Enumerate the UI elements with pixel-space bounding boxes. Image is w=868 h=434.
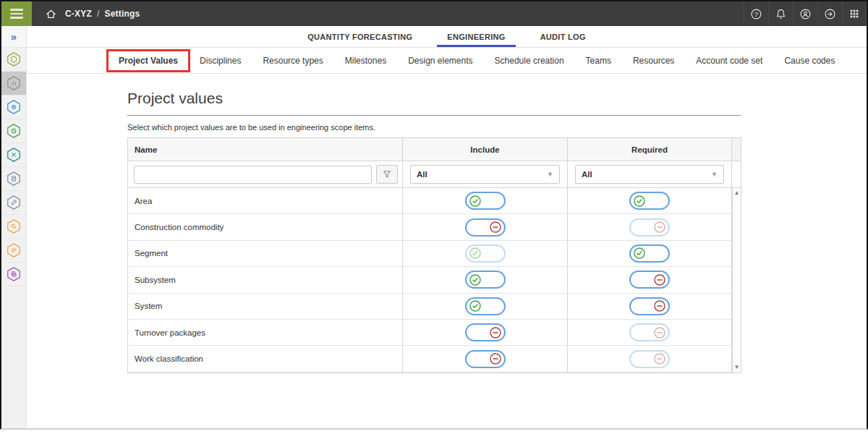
required-toggle[interactable] <box>629 192 670 210</box>
required-toggle[interactable] <box>629 297 670 315</box>
column-header-name: Name <box>128 138 403 161</box>
blue-hexagon-app-icon[interactable] <box>1 95 26 119</box>
topbar-actions: ? <box>744 1 867 26</box>
scroll-down-icon[interactable]: ▼ <box>734 365 740 370</box>
sidebar: » <box>1 26 27 428</box>
table-row: Work classification <box>128 346 741 372</box>
column-header-required: Required <box>568 138 732 161</box>
required-toggle[interactable] <box>629 271 670 289</box>
required-filter-value: All <box>582 170 592 179</box>
title-divider <box>127 115 741 116</box>
table-row: Segment <box>128 241 741 267</box>
tab-quantity-forecasting[interactable]: QUANTITY FORECASTING <box>290 26 430 47</box>
subtab-project-values[interactable]: Project Values <box>108 51 189 71</box>
sub-tabs: Project ValuesDisciplinesResource typesM… <box>27 48 867 74</box>
include-filter-value: All <box>417 170 427 179</box>
filter-icon[interactable] <box>376 165 398 184</box>
subtab-resource-types[interactable]: Resource types <box>252 48 333 73</box>
include-toggle[interactable] <box>465 271 506 289</box>
row-name: Construction commodity <box>135 223 224 231</box>
page-title: Project values <box>127 90 867 107</box>
notifications-icon[interactable] <box>768 1 793 26</box>
include-toggle[interactable] <box>465 323 506 341</box>
row-name: System <box>135 302 162 310</box>
column-header-include: Include <box>403 138 568 161</box>
table-header-row: Name Include Required <box>128 138 741 161</box>
required-toggle[interactable] <box>629 350 670 368</box>
name-filter-input[interactable] <box>134 166 372 184</box>
amber-hexagon-app-icon[interactable] <box>1 215 26 239</box>
table-body: Area Construction commodity Segment Subs… <box>128 188 741 373</box>
menu-icon[interactable] <box>1 1 32 26</box>
row-name: Turnover packages <box>135 328 205 337</box>
olive-hexagon-app-icon[interactable] <box>1 48 26 72</box>
help-icon[interactable]: ? <box>744 1 768 26</box>
svg-text:?: ? <box>754 10 758 17</box>
purple-hexagon-app-icon[interactable] <box>1 263 26 286</box>
tab-engineering[interactable]: ENGINEERING <box>430 26 522 47</box>
required-toggle[interactable] <box>629 244 670 263</box>
sidebar-expand-button[interactable]: » <box>1 26 26 48</box>
signout-icon[interactable] <box>817 1 842 26</box>
project-values-table: Name Include Required All <box>127 137 741 373</box>
topbar-left: C-XYZ / Settings <box>32 1 140 26</box>
subtab-disciplines[interactable]: Disciplines <box>189 48 252 73</box>
table-scrollbar[interactable]: ▲ ▼ <box>732 188 741 373</box>
subtab-cause-codes[interactable]: Cause codes <box>773 48 846 73</box>
subtab-design-elements[interactable]: Design elements <box>397 48 483 73</box>
account-icon[interactable] <box>793 1 817 26</box>
include-toggle[interactable] <box>465 192 506 210</box>
row-name: Work classification <box>135 354 203 363</box>
scroll-up-icon[interactable]: ▲ <box>734 190 740 196</box>
teal-hexagon-app-icon[interactable] <box>1 143 26 167</box>
row-name: Segment <box>135 249 168 258</box>
table-row: Construction commodity <box>128 214 741 240</box>
green-hexagon-app-icon[interactable] <box>1 119 26 143</box>
home-icon[interactable] <box>36 8 65 20</box>
subtab-account-code-set[interactable]: Account code set <box>685 48 773 73</box>
include-toggle[interactable] <box>465 297 506 315</box>
table-row: Turnover packages <box>128 320 741 346</box>
main-tabs: QUANTITY FORECASTINGENGINEERINGAUDIT LOG <box>27 26 867 48</box>
include-toggle[interactable] <box>465 218 506 237</box>
subtab-resources[interactable]: Resources <box>622 48 685 73</box>
chevron-down-icon: ▼ <box>711 171 718 178</box>
amber-hexagon-app-icon-2[interactable] <box>1 239 26 263</box>
table-row: Area <box>128 188 741 214</box>
breadcrumb-project[interactable]: C-XYZ <box>65 9 92 19</box>
required-toggle[interactable] <box>629 218 670 237</box>
breadcrumb-page[interactable]: Settings <box>105 9 140 19</box>
sidebar-apps <box>1 48 26 286</box>
main-content: QUANTITY FORECASTINGENGINEERINGAUDIT LOG… <box>27 26 867 373</box>
slate-hexagon-app-icon-2[interactable] <box>1 191 26 215</box>
subtab-teams[interactable]: Teams <box>575 48 622 73</box>
page-description: Select which project values are to be us… <box>127 123 741 132</box>
required-toggle[interactable] <box>629 323 670 341</box>
breadcrumb: C-XYZ / Settings <box>65 9 140 19</box>
app-window: C-XYZ / Settings ? <box>0 0 868 430</box>
row-name: Subsystem <box>135 276 176 284</box>
include-toggle[interactable] <box>465 244 506 263</box>
subtab-milestones[interactable]: Milestones <box>334 48 397 73</box>
include-filter-dropdown[interactable]: All ▼ <box>410 165 560 184</box>
tab-audit-log[interactable]: AUDIT LOG <box>523 26 603 47</box>
required-filter-dropdown[interactable]: All ▼ <box>575 165 724 184</box>
include-toggle[interactable] <box>465 350 506 368</box>
topbar: C-XYZ / Settings ? <box>1 1 867 26</box>
table-filter-row: All ▼ All ▼ <box>128 161 741 188</box>
table-row: Subsystem <box>128 267 741 293</box>
column-header-spacer <box>732 138 741 161</box>
row-name: Area <box>135 197 152 205</box>
subtab-schedule-creation[interactable]: Schedule creation <box>484 48 575 73</box>
chevron-down-icon: ▼ <box>547 171 553 178</box>
slate-hexagon-app-icon[interactable] <box>1 167 26 191</box>
gray-hexagon-app-icon[interactable] <box>1 72 26 95</box>
apps-grid-icon[interactable] <box>842 1 867 26</box>
table-row: System <box>128 294 741 320</box>
settings-page: Project values Select which project valu… <box>27 74 867 373</box>
breadcrumb-separator: / <box>97 9 100 19</box>
